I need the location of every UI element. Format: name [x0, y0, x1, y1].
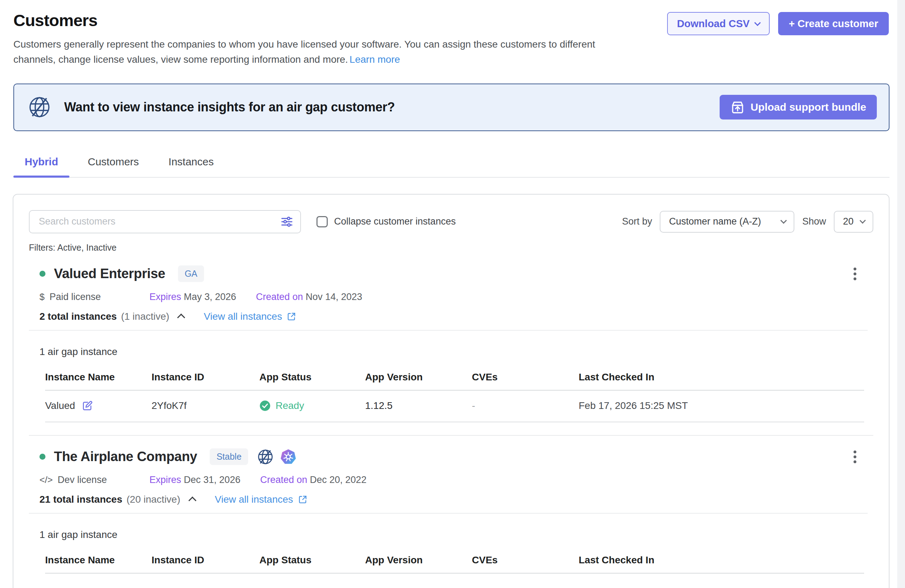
customer-name[interactable]: The Airplane Company — [54, 449, 197, 464]
tab-bar: Hybrid Customers Instances — [13, 156, 889, 178]
paid-license-icon: $ — [40, 292, 44, 302]
app-status: Ready — [276, 400, 304, 412]
customer-card-airplane-company: The Airplane Company Stable — [29, 448, 873, 574]
show-label: Show — [802, 216, 826, 227]
col-app-status: App Status — [259, 372, 365, 383]
sort-by-label: Sort by — [622, 216, 652, 227]
created-on-label: Created on — [260, 475, 307, 485]
chevron-down-icon — [781, 218, 787, 224]
sort-by-select[interactable]: Customer name (A-Z) — [660, 211, 794, 233]
page-description: Customers generally represent the compan… — [13, 39, 595, 65]
airgap-globe-icon — [28, 96, 51, 118]
col-app-version: App Version — [365, 555, 472, 566]
customer-meta: </> Dev license Expires Dec 31, 2026 Cre… — [40, 475, 873, 485]
last-checked-in: Feb 17, 2026 15:25 MST — [579, 400, 864, 412]
created-on-label: Created on — [256, 292, 303, 302]
page-title: Customers — [13, 11, 97, 30]
sort-controls: Sort by Customer name (A-Z) Show 20 — [622, 211, 873, 233]
toolbar: Collapse customer instances Sort by Cust… — [29, 210, 873, 234]
learn-more-link[interactable]: Learn more — [349, 54, 400, 65]
airgap-globe-icon — [257, 449, 273, 465]
customer-menu-button[interactable] — [851, 448, 859, 465]
section-divider — [29, 513, 868, 513]
collapse-section-chevron-icon[interactable] — [188, 496, 196, 504]
view-all-instances-link[interactable]: View all instances — [204, 311, 296, 322]
airgap-banner: Want to view instance insights for an ai… — [13, 84, 889, 131]
col-instance-id: Instance ID — [152, 372, 259, 383]
page: Customers Download CSV + Create customer… — [0, 0, 897, 588]
upload-icon — [730, 100, 745, 114]
page-header: Customers Download CSV + Create customer — [0, 0, 897, 35]
app-version: 1.12.5 — [365, 400, 472, 412]
collapse-section-chevron-icon[interactable] — [177, 313, 185, 321]
channel-badge: Stable — [210, 448, 248, 465]
col-instance-name: Instance Name — [45, 555, 152, 566]
col-last-checked-in: Last Checked In — [579, 372, 864, 383]
created-on-value: Nov 14, 2023 — [306, 292, 362, 302]
customer-divider — [29, 435, 873, 436]
show-select[interactable]: 20 — [834, 211, 873, 233]
tab-hybrid[interactable]: Hybrid — [13, 156, 70, 177]
total-instances: 21 total instances — [40, 494, 122, 505]
license-type: $ Paid license — [40, 292, 149, 302]
section-divider — [29, 330, 868, 331]
instance-id: 2YfoK7f — [152, 400, 259, 412]
expires-info: Expires May 3, 2026 — [149, 292, 236, 302]
expires-value: Dec 31, 2026 — [184, 475, 241, 485]
external-link-icon — [298, 494, 308, 504]
tab-instances[interactable]: Instances — [157, 156, 225, 177]
download-csv-label: Download CSV — [677, 18, 749, 30]
col-cves: CVEs — [472, 372, 579, 383]
airgap-instance-count: 1 air gap instance — [40, 529, 873, 540]
created-info: Created on Dec 20, 2022 — [260, 475, 367, 485]
col-instance-name: Instance Name — [45, 372, 152, 383]
license-type: </> Dev license — [40, 475, 149, 485]
filters-summary: Filters: Active, Inactive — [29, 243, 873, 253]
kubernetes-icon — [281, 449, 296, 465]
customer-header: Valued Enterprise GA — [40, 265, 873, 282]
download-csv-button[interactable]: Download CSV — [667, 12, 770, 35]
customers-panel: Collapse customer instances Sort by Cust… — [13, 194, 889, 588]
edit-instance-name-button[interactable] — [81, 400, 94, 412]
col-instance-id: Instance ID — [152, 555, 259, 566]
col-app-version: App Version — [365, 372, 472, 383]
customer-name[interactable]: Valued Enterprise — [54, 266, 165, 281]
view-all-instances-link[interactable]: View all instances — [215, 494, 308, 505]
filter-sliders-icon[interactable] — [280, 215, 294, 229]
upload-support-bundle-label: Upload support bundle — [751, 101, 866, 113]
instance-row: Valued 2YfoK7f — [45, 391, 864, 422]
channel-badge: GA — [178, 265, 204, 282]
inactive-instances: (20 inactive) — [127, 494, 181, 505]
search-input[interactable] — [29, 210, 301, 234]
collapse-instances-checkbox[interactable] — [316, 216, 328, 227]
expires-info: Expires Dec 31, 2026 — [149, 475, 240, 485]
chevron-down-icon — [859, 218, 866, 224]
customer-menu-button[interactable] — [851, 265, 859, 282]
col-last-checked-in: Last Checked In — [579, 555, 864, 566]
dev-license-icon: </> — [40, 475, 53, 485]
customer-header: The Airplane Company Stable — [40, 448, 873, 465]
create-customer-label: + Create customer — [789, 18, 878, 30]
instance-table-header: Instance Name Instance ID App Status App… — [45, 555, 864, 574]
instance-table: Instance Name Instance ID App Status App… — [45, 372, 864, 422]
tab-customers[interactable]: Customers — [76, 156, 150, 177]
instance-table-header: Instance Name Instance ID App Status App… — [45, 372, 864, 391]
header-actions: Download CSV + Create customer — [667, 12, 889, 35]
col-cves: CVEs — [472, 555, 579, 566]
view-all-instances-label: View all instances — [215, 494, 293, 505]
created-on-value: Dec 20, 2022 — [310, 475, 367, 485]
upload-support-bundle-button[interactable]: Upload support bundle — [720, 95, 877, 119]
collapse-instances-control: Collapse customer instances — [316, 216, 456, 227]
col-app-status: App Status — [259, 555, 365, 566]
instances-summary: 2 total instances (1 inactive) View all … — [40, 311, 873, 322]
airgap-instance-count: 1 air gap instance — [40, 346, 873, 358]
create-customer-button[interactable]: + Create customer — [778, 12, 889, 35]
license-type-label: Dev license — [58, 475, 107, 485]
inactive-instances: (1 inactive) — [121, 311, 169, 322]
active-status-dot — [40, 454, 46, 460]
cves-value: - — [472, 400, 579, 412]
ready-check-icon — [259, 400, 271, 412]
edit-pencil-icon — [81, 400, 94, 412]
expires-value: May 3, 2026 — [184, 292, 237, 302]
external-link-icon — [286, 311, 296, 321]
